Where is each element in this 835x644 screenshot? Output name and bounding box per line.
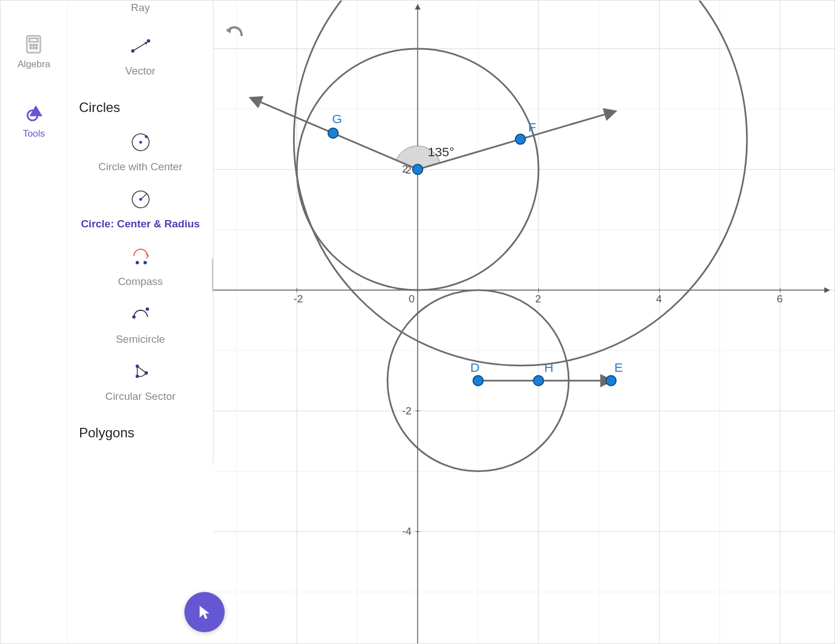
svg-rect-1 <box>30 39 38 42</box>
cursor-icon <box>196 604 213 620</box>
tools-icon <box>23 104 45 124</box>
svg-text:-2: -2 <box>294 293 303 305</box>
circle-center-icon <box>128 130 153 155</box>
svg-point-105 <box>328 128 338 138</box>
svg-point-113 <box>606 376 616 386</box>
angle-label: 135° <box>428 144 454 159</box>
sidebar-item-algebra[interactable]: Algebra <box>17 34 50 70</box>
sidebar-label-tools: Tools <box>23 128 45 139</box>
undo-button[interactable] <box>225 23 245 42</box>
calculator-icon <box>22 34 45 54</box>
svg-point-26 <box>136 365 139 368</box>
undo-icon <box>225 23 245 40</box>
tool-circle-center-radius[interactable]: Circle: Center & Radius <box>79 178 202 236</box>
tool-circular-sector[interactable]: Circular Sector <box>79 351 202 408</box>
svg-text:H: H <box>544 360 554 375</box>
svg-point-14 <box>139 141 142 143</box>
svg-point-2 <box>30 44 31 45</box>
svg-text:0: 0 <box>409 293 415 305</box>
sidebar-label-algebra: Algebra <box>17 59 50 70</box>
svg-point-99 <box>294 1 747 366</box>
tool-vector[interactable]: Vector <box>79 25 202 83</box>
svg-point-6 <box>33 48 34 49</box>
compass-icon <box>128 245 153 269</box>
svg-point-5 <box>30 48 31 49</box>
svg-line-20 <box>146 256 149 258</box>
tool-compass[interactable]: Compass <box>79 236 202 293</box>
svg-text:F: F <box>528 120 536 134</box>
svg-point-107 <box>516 134 526 144</box>
svg-point-111 <box>534 376 544 386</box>
svg-point-23 <box>132 315 136 319</box>
circle-radius-icon <box>128 187 153 212</box>
svg-marker-28 <box>226 27 231 34</box>
sidebar-item-tools[interactable]: Tools <box>23 104 45 139</box>
svg-point-4 <box>36 44 38 45</box>
svg-point-18 <box>139 198 142 201</box>
section-circles: Circles <box>79 100 202 115</box>
svg-point-24 <box>146 307 149 311</box>
svg-text:6: 6 <box>777 293 783 305</box>
tool-panel[interactable]: Ray Vector Circles Circle <box>68 1 214 463</box>
svg-text:-4: -4 <box>402 525 411 537</box>
svg-point-27 <box>145 371 148 375</box>
svg-text:D: D <box>470 360 480 375</box>
svg-text:2: 2 <box>535 293 541 305</box>
tool-circle-with-center[interactable]: Circle with Center <box>79 121 202 179</box>
fab-move-tool[interactable] <box>184 592 225 632</box>
svg-text:4: 4 <box>656 293 662 305</box>
sector-icon <box>128 360 153 384</box>
semicircle-icon <box>128 302 153 327</box>
svg-point-21 <box>136 261 139 264</box>
svg-point-3 <box>33 44 34 45</box>
svg-point-15 <box>145 135 147 138</box>
graphics-canvas-wrap: -4-20246-4-2262GFDHE135° <box>214 1 834 643</box>
left-sidebar: Algebra Tools <box>1 1 68 643</box>
svg-point-109 <box>473 376 483 386</box>
svg-point-25 <box>136 375 139 378</box>
svg-line-10 <box>133 42 147 51</box>
svg-point-12 <box>147 39 150 43</box>
tool-semicircle[interactable]: Semicircle <box>79 293 202 351</box>
svg-point-7 <box>36 48 38 49</box>
svg-point-104 <box>412 165 423 175</box>
section-polygons: Polygons <box>79 425 202 441</box>
svg-text:G: G <box>332 111 342 126</box>
svg-text:-2: -2 <box>402 405 411 417</box>
svg-point-22 <box>143 261 147 264</box>
vector-icon <box>128 34 153 59</box>
tool-ray-label: Ray <box>79 2 202 14</box>
svg-text:E: E <box>614 360 623 375</box>
graphics-canvas[interactable]: -4-20246-4-2262GFDHE135° <box>214 1 834 643</box>
